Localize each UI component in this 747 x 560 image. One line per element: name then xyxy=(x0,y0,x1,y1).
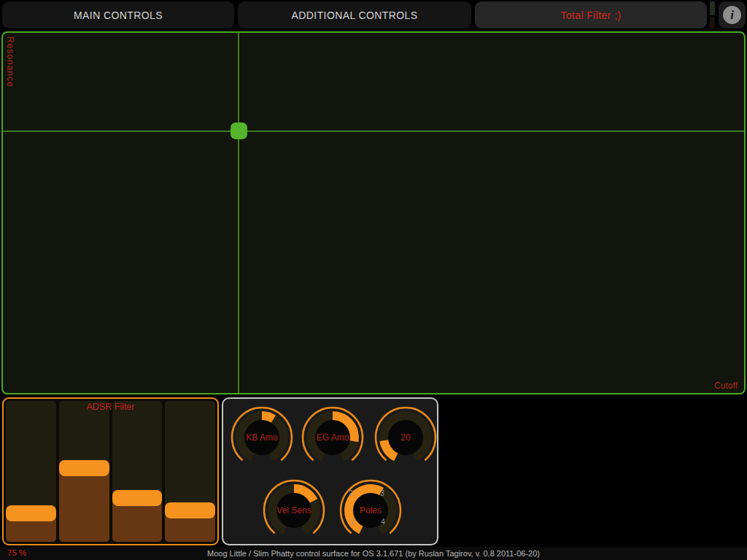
fader-cap[interactable] xyxy=(165,502,215,518)
fader-group xyxy=(4,399,217,544)
fader-release[interactable] xyxy=(165,401,215,542)
fader-fill xyxy=(165,502,215,542)
fader-fill xyxy=(112,490,163,542)
knob-graphic xyxy=(373,405,438,470)
knob-vel-sens[interactable]: Vel Sens xyxy=(261,478,327,543)
page-indicator xyxy=(710,1,715,28)
crosshair-horizontal-line xyxy=(3,131,744,132)
tab-additional-controls[interactable]: ADDITIONAL CONTROLS xyxy=(238,1,471,28)
status-credits: Moog Little / Slim Phatty control surfac… xyxy=(0,549,747,558)
info-icon: i xyxy=(723,6,741,24)
tab-label: Total Filter ;) xyxy=(560,9,621,21)
page-indicator-segment xyxy=(710,17,715,28)
page-indicator-segment xyxy=(710,1,715,15)
knob-kb-amount[interactable]: KB Amo xyxy=(229,405,295,470)
xy-handle[interactable] xyxy=(231,122,247,139)
crosshair-vertical-line xyxy=(238,33,239,393)
adsr-panel-title: ADSR Filter xyxy=(4,402,217,412)
knob-20[interactable]: 20 xyxy=(373,405,438,470)
knob-graphic xyxy=(338,478,403,543)
fader-attack[interactable] xyxy=(6,401,56,542)
xy-pad-cutoff-resonance[interactable]: Resonance Cutoff xyxy=(1,31,746,394)
tab-main-controls[interactable]: MAIN CONTROLS xyxy=(2,1,234,28)
knob-graphic xyxy=(261,478,327,543)
fader-sustain[interactable] xyxy=(112,401,163,542)
x-axis-label-cutoff: Cutoff xyxy=(714,381,738,391)
fader-fill xyxy=(59,460,109,542)
info-button[interactable]: i xyxy=(719,1,746,28)
status-bar: 75 % Moog Little / Slim Phatty control s… xyxy=(0,547,747,560)
knob-panel: KB Amo EG Amo 20 Vel Sens Poles2314 xyxy=(222,397,438,545)
fader-cap[interactable] xyxy=(59,460,109,476)
knob-graphic xyxy=(300,405,365,470)
fader-cap[interactable] xyxy=(112,490,163,506)
app-window: MAIN CONTROLS ADDITIONAL CONTROLS Total … xyxy=(0,0,747,560)
knob-graphic xyxy=(229,405,295,470)
tab-label: MAIN CONTROLS xyxy=(74,9,163,21)
knob-poles[interactable]: Poles2314 xyxy=(338,478,403,543)
tab-total-filter[interactable]: Total Filter ;) xyxy=(475,1,707,28)
fader-fill xyxy=(6,505,56,542)
fader-decay[interactable] xyxy=(59,401,109,542)
y-axis-label-resonance: Resonance xyxy=(5,36,15,88)
knob-eg-amount[interactable]: EG Amo xyxy=(300,405,365,470)
adsr-filter-panel: ADSR Filter xyxy=(2,397,219,545)
fader-cap[interactable] xyxy=(6,505,56,521)
tab-label: ADDITIONAL CONTROLS xyxy=(292,9,418,21)
